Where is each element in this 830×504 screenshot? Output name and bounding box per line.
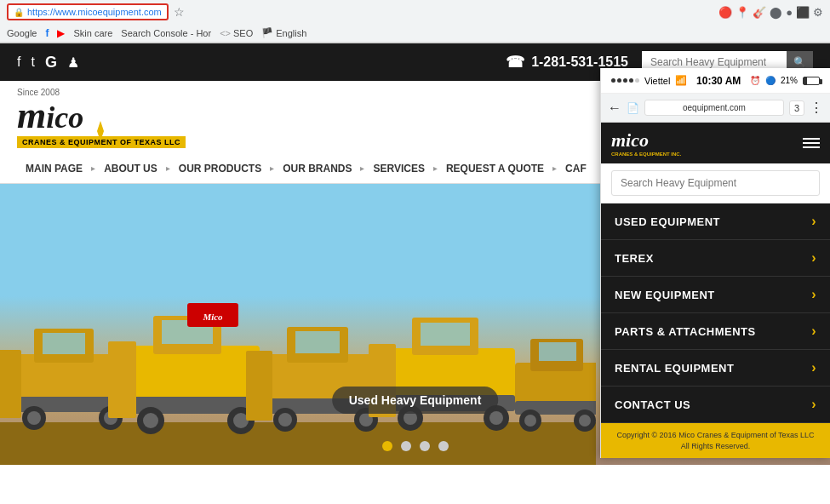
mobile-logo: mico CRANES & EQUIPMENT INC. xyxy=(611,129,681,157)
nav-about-us[interactable]: ABOUT US xyxy=(95,163,166,175)
mobile-menu-label-terex: TEREX xyxy=(615,252,654,265)
ham-line-1 xyxy=(803,138,820,140)
svg-rect-1 xyxy=(0,422,596,465)
browser-icon-6[interactable]: ⬛ xyxy=(796,6,810,19)
mobile-menu-new-equipment[interactable]: NEW EQUIPMENT › xyxy=(601,277,830,313)
browser-address-bar: 🔒 https://www.micoequipment.com ☆ 🔴 📍 🎸 … xyxy=(0,0,830,24)
mobile-back-button[interactable]: ← xyxy=(608,100,621,116)
svg-rect-10 xyxy=(0,350,21,418)
star-icon[interactable]: ☆ xyxy=(174,5,185,19)
mobile-menu-label-new-equipment: NEW EQUIPMENT xyxy=(615,289,715,301)
mobile-menu-label-contact: CONTACT US xyxy=(615,398,690,411)
svg-text:Mico: Mico xyxy=(202,312,223,322)
svg-rect-22 xyxy=(295,331,340,353)
bookmark-youtube[interactable]: ▶ xyxy=(57,27,65,39)
bookmark-facebook[interactable]: f xyxy=(45,27,49,39)
browser-bookmarks: Google f ▶ Skin care Search Console - Ho… xyxy=(0,24,830,43)
mobile-tab-number: 3 xyxy=(794,103,799,113)
crane-logo-icon xyxy=(89,119,112,143)
nav-our-brands[interactable]: OUR BRANDS xyxy=(274,163,360,175)
mobile-footer-line1: Copyright © 2016 Mico Cranes & Equipment… xyxy=(611,430,820,441)
browser-icon-3[interactable]: 🎸 xyxy=(753,6,766,19)
mobile-menu-parts[interactable]: PARTS & ATTACHMENTS › xyxy=(601,313,830,350)
code-icon: <> xyxy=(220,28,231,38)
mobile-more-button[interactable]: ⋮ xyxy=(810,100,823,116)
hero-dot-1[interactable] xyxy=(382,441,392,451)
ham-line-2 xyxy=(803,142,820,144)
nav-caf[interactable]: CAF xyxy=(557,163,595,175)
mobile-menu-terex[interactable]: TEREX › xyxy=(601,240,830,277)
lock-icon: 🔒 xyxy=(14,8,24,17)
nav-request-quote[interactable]: REQUEST A QUOTE xyxy=(438,163,552,175)
mobile-menu-used-equipment[interactable]: USED EQUIPMENT › xyxy=(601,203,830,240)
flag-icon: 🏴 xyxy=(261,27,273,38)
logo-mico: mico xyxy=(17,97,186,135)
logo-box: Since 2008 mico CRANES & EQUIPMENT OF TE… xyxy=(17,88,186,148)
signal-dot-3 xyxy=(623,78,627,83)
mobile-footer: Copyright © 2016 Mico Cranes & Equipment… xyxy=(601,423,830,458)
signal-dot-5 xyxy=(635,78,639,83)
facebook-icon: f xyxy=(45,27,49,39)
nav-main-page[interactable]: MAIN PAGE xyxy=(17,163,91,175)
svg-rect-31 xyxy=(421,323,470,346)
hero-dot-2[interactable] xyxy=(401,441,411,451)
battery-fill xyxy=(804,77,807,84)
address-url[interactable]: 🔒 https://www.micoequipment.com xyxy=(7,3,169,20)
browser-icon-1[interactable]: 🔴 xyxy=(718,6,732,19)
mobile-menu-label-used-equipment: USED EQUIPMENT xyxy=(615,215,720,228)
browser-icon-7[interactable]: ⚙ xyxy=(813,6,823,19)
svg-rect-40 xyxy=(539,342,576,361)
status-left: Viettel 📶 xyxy=(611,75,687,86)
browser-toolbar-icons: 🔴 📍 🎸 ⬤ ● ⬛ ⚙ xyxy=(718,6,823,19)
hero-dot-3[interactable] xyxy=(420,441,430,451)
mobile-hamburger-menu[interactable] xyxy=(803,138,820,148)
svg-point-8 xyxy=(27,411,41,425)
mobile-logo-text-area: mico CRANES & EQUIPMENT INC. xyxy=(611,129,681,157)
browser-icon-2[interactable]: 📍 xyxy=(736,6,749,19)
svg-point-17 xyxy=(143,413,158,428)
mobile-menu-contact[interactable]: CONTACT US › xyxy=(601,387,830,423)
nav-our-products[interactable]: OUR PRODUCTS xyxy=(170,163,270,175)
ham-line-3 xyxy=(803,146,820,148)
mobile-status-bar: Viettel 📶 10:30 AM ⏰ 🔵 21% xyxy=(601,68,830,94)
browser-icon-5[interactable]: ● xyxy=(786,6,793,19)
mobile-tab-count[interactable]: 3 xyxy=(789,100,804,116)
mobile-footer-line2: All Rights Reserved. xyxy=(611,441,820,452)
nav-services[interactable]: SERVICES xyxy=(364,163,432,175)
signal-dot-1 xyxy=(611,78,615,83)
svg-rect-19 xyxy=(108,341,136,418)
mobile-logo-sub: CRANES & EQUIPMENT INC. xyxy=(611,152,681,157)
hero-dot-4[interactable] xyxy=(438,441,449,451)
svg-point-44 xyxy=(524,415,536,427)
mobile-address-bar: ← 📄 oequipment.com 3 ⋮ xyxy=(601,94,830,123)
bookmark-searchconsole[interactable]: Search Console - Hor xyxy=(121,28,211,38)
twitter-social-icon[interactable]: t xyxy=(31,54,34,70)
bookmark-google[interactable]: Google xyxy=(7,28,37,38)
bookmark-skincare[interactable]: Skin care xyxy=(73,28,112,38)
svg-point-36 xyxy=(489,411,503,425)
mobile-overlay: Viettel 📶 10:30 AM ⏰ 🔵 21% ← 📄 oequipmen… xyxy=(600,68,830,458)
pinterest-social-icon[interactable]: ♟ xyxy=(67,54,79,71)
bookmark-english[interactable]: 🏴 English xyxy=(261,27,306,38)
mobile-search-area xyxy=(601,163,830,203)
browser-icon-4[interactable]: ⬤ xyxy=(770,6,782,19)
mobile-logo-bar: mico CRANES & EQUIPMENT INC. xyxy=(601,123,830,163)
mobile-menu-label-rental: RENTAL EQUIPMENT xyxy=(615,362,734,375)
bookmark-seo[interactable]: <> SEO xyxy=(220,28,253,38)
mobile-page-icon: 📄 xyxy=(627,102,639,114)
svg-rect-4 xyxy=(43,333,85,354)
mobile-search-input[interactable] xyxy=(611,170,820,196)
bulldozer-scene-svg: Mico xyxy=(0,218,596,465)
arrow-icon-new-equipment: › xyxy=(811,287,816,302)
svg-point-45 xyxy=(579,415,591,427)
mobile-menu-label-parts: PARTS & ATTACHMENTS xyxy=(615,325,756,338)
signal-dot-2 xyxy=(617,78,621,83)
alarm-icon: ⏰ xyxy=(750,76,760,85)
mobile-url-bar[interactable]: oequipment.com xyxy=(644,100,784,116)
mobile-menu-rental[interactable]: RENTAL EQUIPMENT › xyxy=(601,350,830,387)
arrow-icon-rental: › xyxy=(811,360,816,375)
facebook-social-icon[interactable]: f xyxy=(17,54,20,70)
hero-dots xyxy=(382,441,449,451)
google-social-icon[interactable]: G xyxy=(45,54,57,72)
arrow-icon-terex: › xyxy=(811,250,816,266)
